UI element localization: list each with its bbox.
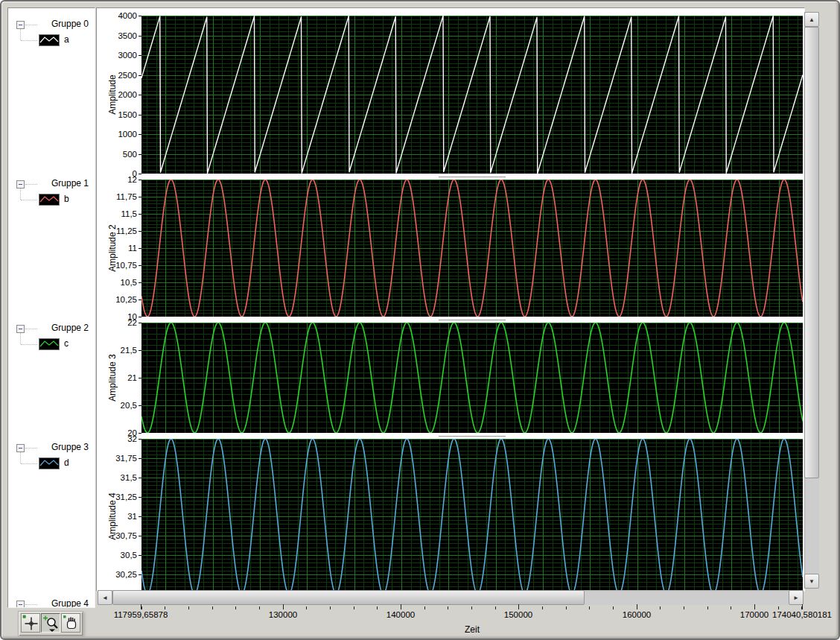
horizontal-scrollbar[interactable]: ◄ ► [98, 590, 804, 605]
waveform-icon [39, 339, 59, 349]
plot-area-b[interactable] [141, 180, 803, 317]
x-major-tick [754, 604, 755, 609]
tree-expand-box[interactable] [16, 601, 25, 608]
collapse-minus-icon [19, 329, 22, 329]
x-minor-tick [141, 606, 142, 609]
collapse-minus-icon [19, 604, 22, 605]
tree-connector [25, 604, 37, 606]
x-tick-label: 174040,580181 [772, 610, 832, 619]
plot-legend-thumbnail-a[interactable] [39, 34, 60, 46]
x-minor-tick [660, 606, 661, 609]
x-major-tick [637, 604, 637, 609]
down-arrow-icon: ▼ [809, 578, 815, 585]
waveform-icon [39, 458, 59, 469]
series-name: d [64, 457, 69, 468]
x-major-tick [518, 604, 519, 609]
y-tick-mark [139, 75, 141, 76]
up-arrow-icon: ▲ [809, 16, 815, 23]
x-minor-tick [330, 606, 331, 609]
tree-expand-box[interactable] [16, 325, 25, 333]
tree-connector [25, 448, 37, 449]
x-major-tick [401, 604, 401, 609]
series-name: c [64, 338, 69, 349]
scroll-right-button[interactable]: ► [789, 590, 804, 605]
plot-separator [439, 320, 506, 320]
x-minor-tick [731, 606, 731, 609]
y-tick-mark [139, 16, 141, 16]
y-tick-mark [139, 433, 141, 434]
y-tick-mark [139, 317, 141, 317]
x-minor-tick [684, 606, 684, 609]
scroll-left-button[interactable]: ◄ [98, 590, 112, 605]
y-axis-title: Amplitude 3 [107, 323, 118, 433]
y-tick-mark [139, 197, 141, 197]
vertical-scrollbar-thumb[interactable] [804, 27, 819, 478]
tree-connector [25, 25, 37, 26]
tree-connector [21, 40, 37, 42]
tree-expand-box[interactable] [16, 21, 25, 29]
y-tick-mark [139, 300, 141, 300]
y-axis-title: Amplitude 4 [107, 439, 118, 592]
y-tick-mark [139, 350, 141, 351]
tree-expand-box[interactable] [16, 180, 25, 188]
y-tick-mark [139, 439, 141, 440]
zoom-tool-button[interactable] [41, 613, 60, 633]
x-minor-tick [566, 606, 567, 609]
group-label: Gruppe 0 [51, 19, 89, 29]
waveform-icon [39, 194, 59, 205]
x-minor-tick [778, 606, 779, 609]
scroll-down-button[interactable]: ▼ [804, 574, 819, 589]
tree-connector [20, 188, 22, 200]
x-minor-tick [448, 606, 448, 609]
right-arrow-icon: ► [793, 595, 799, 601]
tree-connector [25, 184, 37, 186]
plot-area-d[interactable] [141, 439, 803, 590]
crosshair-tool-button[interactable] [21, 613, 40, 633]
waveform-icon [39, 35, 59, 45]
plot-legend-thumbnail-d[interactable] [39, 457, 60, 469]
y-tick-mark [139, 248, 141, 249]
x-axis-title: Zeit [448, 624, 496, 635]
vertical-scrollbar[interactable]: ▲ ▼ [804, 12, 819, 589]
y-tick-mark [139, 323, 141, 323]
series-name: a [64, 34, 69, 45]
y-tick-mark [139, 154, 141, 155]
left-arrow-icon: ◄ [102, 595, 108, 601]
y-tick-mark [139, 282, 141, 283]
horizontal-scrollbar-thumb[interactable] [112, 590, 585, 605]
plot-legend-thumbnail-b[interactable] [39, 194, 60, 206]
x-tick-label: 140000 [386, 610, 415, 619]
crosshair-icon [22, 614, 39, 632]
x-tick-label: 160000 [623, 610, 651, 619]
tree-connector [25, 329, 37, 330]
tree-connector [20, 333, 22, 344]
x-tick-label: 117959,65878 [114, 610, 168, 619]
legend-group-1: Gruppe 1b [8, 180, 95, 209]
scroll-up-button[interactable]: ▲ [804, 12, 819, 27]
y-tick-mark [139, 516, 141, 517]
y-tick-mark [139, 180, 141, 180]
labview-front-panel: Gruppe 0aGruppe 1bGruppe 2cGruppe 3dGrup… [0, 0, 840, 640]
x-minor-tick [212, 606, 213, 609]
y-tick-mark [139, 555, 141, 556]
legend-group-2: Gruppe 2c [8, 324, 95, 354]
plot-area-a[interactable] [141, 16, 803, 174]
x-minor-tick [306, 606, 307, 609]
y-tick-mark [139, 36, 141, 37]
x-tick-label: 130000 [269, 610, 297, 619]
legend-group-4: Gruppe 4 [8, 600, 95, 608]
y-tick-mark [139, 265, 141, 266]
y-tick-mark [139, 478, 141, 478]
group-label: Gruppe 3 [51, 442, 89, 452]
x-minor-tick [495, 606, 496, 609]
y-tick-mark [139, 134, 141, 135]
x-minor-tick [424, 606, 425, 609]
x-minor-tick [542, 606, 543, 609]
tree-expand-box[interactable] [16, 444, 25, 452]
pan-tool-button[interactable] [61, 613, 80, 633]
y-tick-mark [139, 231, 141, 232]
y-tick-mark [139, 497, 141, 498]
plot-legend-thumbnail-c[interactable] [39, 338, 60, 350]
hand-icon [62, 614, 80, 632]
plot-area-c[interactable] [141, 323, 803, 433]
